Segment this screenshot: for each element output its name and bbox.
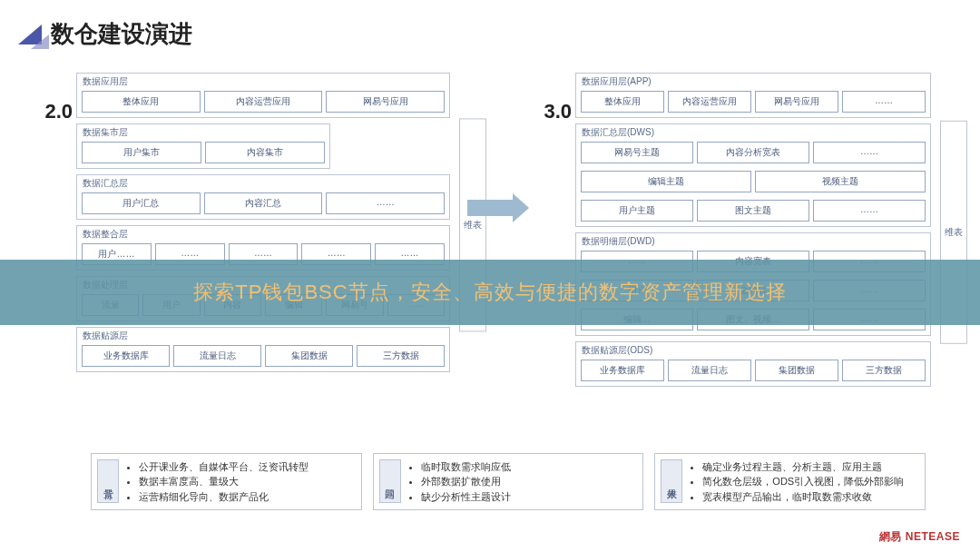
layer-cell: 内容分析宽表 [697, 142, 809, 163]
layer-group: 数据集市层用户集市内容集市 [76, 123, 330, 169]
layer-body: 业务数据库流量日志集团数据三方数据 [77, 342, 449, 371]
footer-list-item: 运营精细化导向、数据产品化 [139, 489, 309, 505]
layer-cell: 网易号应用 [755, 91, 838, 113]
brand-logo: 網易 NETEASE [879, 529, 960, 545]
layer-title: 数据汇总层(DWS) [576, 124, 930, 139]
layer-cell: 三方数据 [357, 345, 445, 367]
footer-list-item: 确定业务过程主题、分析主题、应用主题 [702, 459, 904, 475]
layer-title: 数据贴源层 [77, 328, 449, 342]
version-label-left: 2.0 [27, 100, 73, 123]
layer-cell: 业务数据库 [581, 360, 664, 381]
footer-tag: 问题 [379, 459, 401, 503]
overlay-watermark: 探索TP钱包BSC节点，安全、高效与便捷的数字资产管理新选择 [0, 260, 980, 325]
layer-group: 数据应用层(APP)整体应用内容运营应用网易号应用…… [575, 73, 931, 118]
footer-list-item: 缺少分析性主题设计 [421, 489, 511, 505]
layer-body: 网易号主题内容分析宽表…… [576, 139, 930, 168]
layer-cell: 内容集市 [205, 142, 325, 163]
layer-cell: 三方数据 [842, 360, 926, 381]
layer-title: 数据集市层 [77, 124, 329, 139]
footer-tag: 背景 [97, 459, 119, 503]
layer-title: 数据明细层(DWD) [576, 233, 930, 248]
layer-cell: 整体应用 [82, 91, 201, 113]
layer-cell: 内容汇总 [204, 192, 323, 214]
layer-cell: …… [326, 192, 445, 214]
slide-header: 数仓建设演进 [0, 0, 980, 50]
layer-body: 用户汇总内容汇总…… [77, 190, 449, 219]
layer-group: 数据贴源层(ODS)业务数据库流量日志集团数据三方数据 [575, 341, 931, 387]
layer-cell: 网易号主题 [581, 142, 693, 163]
layer-cell: 集团数据 [755, 360, 838, 381]
layer-title: 数据整合层 [77, 226, 449, 241]
layer-cell: 视频主题 [755, 171, 926, 192]
footer-tag: 效果 [661, 459, 682, 503]
layer-cell: 用户汇总 [82, 192, 201, 214]
layer-body: 用户主题图文主题…… [576, 197, 930, 226]
layer-title: 数据汇总层 [77, 175, 449, 190]
footer-block: 效果确定业务过程主题、分析主题、应用主题简化数仓层级，ODS引入视图，降低外部影… [654, 453, 926, 511]
footer-list-item: 宽表模型产品输出，临时取数需求收敛 [702, 489, 904, 505]
footer-list: 临时取数需求响应低外部数据扩散使用缺少分析性主题设计 [408, 459, 511, 505]
slide-title: 数仓建设演进 [51, 18, 192, 50]
layer-title: 数据应用层 [77, 74, 449, 88]
layer-title: 数据应用层(APP) [576, 74, 930, 88]
layer-group: 数据汇总层用户汇总内容汇总…… [76, 174, 450, 220]
layer-cell: …… [813, 142, 926, 163]
layer-cell: 流量日志 [668, 360, 751, 381]
footer-block: 问题临时取数需求响应低外部数据扩散使用缺少分析性主题设计 [373, 453, 644, 511]
layer-cell: 流量日志 [173, 345, 261, 367]
layer-cell: 用户主题 [581, 200, 693, 222]
footer-list-item: 数据丰富度高、量级大 [139, 474, 309, 489]
layer-cell: 内容运营应用 [668, 91, 751, 113]
layer-cell: 图文主题 [697, 200, 809, 222]
layer-cell: 整体应用 [581, 91, 664, 113]
architecture-column-3-0: 数据应用层(APP)整体应用内容运营应用网易号应用……数据汇总层(DWS)网易号… [572, 73, 935, 392]
footer-list-item: 临时取数需求响应低 [421, 459, 511, 475]
layer-body: 业务数据库流量日志集团数据三方数据 [576, 357, 930, 386]
footer-list: 确定业务过程主题、分析主题、应用主题简化数仓层级，ODS引入视图，降低外部影响宽… [690, 459, 904, 505]
diagram-stage: 2.0 数据应用层整体应用内容运营应用网易号应用数据集市层用户集市内容集市数据汇… [0, 73, 980, 392]
layer-cell: …… [842, 91, 926, 113]
layer-cell: 网易号应用 [326, 91, 445, 113]
version-label-right: 3.0 [526, 100, 572, 123]
footer-block: 背景公开课业务、自媒体平台、泛资讯转型数据丰富度高、量级大运营精细化导向、数据产… [91, 453, 362, 511]
layer-title: 数据贴源层(ODS) [576, 342, 930, 357]
layer-group: 数据贴源层业务数据库流量日志集团数据三方数据 [76, 327, 450, 372]
header-decoration-icon [18, 25, 42, 44]
layer-body: 用户集市内容集市 [77, 139, 329, 168]
layer-body: 编辑主题视频主题 [576, 168, 930, 197]
footer-summary-row: 背景公开课业务、自媒体平台、泛资讯转型数据丰富度高、量级大运营精细化导向、数据产… [91, 453, 926, 511]
footer-list-item: 简化数仓层级，ODS引入视图，降低外部影响 [702, 474, 904, 489]
architecture-column-2-0: 数据应用层整体应用内容运营应用网易号应用数据集市层用户集市内容集市数据汇总层用户… [73, 73, 454, 378]
layer-body: 整体应用内容运营应用网易号应用…… [576, 88, 930, 117]
layer-cell: 编辑主题 [581, 171, 751, 192]
footer-list-item: 外部数据扩散使用 [421, 474, 511, 489]
layer-cell: 业务数据库 [82, 345, 170, 367]
footer-list-item: 公开课业务、自媒体平台、泛资讯转型 [139, 459, 309, 475]
layer-cell: 内容运营应用 [204, 91, 323, 113]
layer-cell: 用户集市 [82, 142, 201, 163]
layer-body: 整体应用内容运营应用网易号应用 [77, 88, 449, 117]
layer-cell: 集团数据 [265, 345, 353, 367]
layer-group: 数据应用层整体应用内容运营应用网易号应用 [76, 73, 450, 118]
layer-cell: …… [813, 200, 926, 222]
footer-list: 公开课业务、自媒体平台、泛资讯转型数据丰富度高、量级大运营精细化导向、数据产品化 [126, 459, 309, 505]
arrow-icon [467, 200, 513, 216]
layer-group: 数据汇总层(DWS)网易号主题内容分析宽表……编辑主题视频主题用户主题图文主题…… [575, 123, 931, 227]
